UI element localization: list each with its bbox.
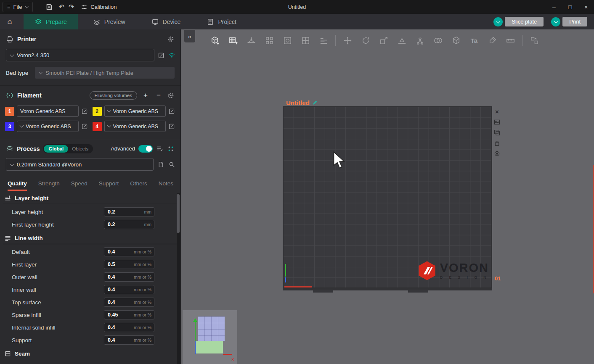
edit-printer-icon[interactable] [158,52,165,59]
scale-icon[interactable] [377,34,390,47]
edit-plate-name-icon[interactable] [312,100,318,106]
plate-name[interactable]: Untitled [286,99,318,106]
home-icon: ⌂ [8,17,12,26]
add-primitive-icon[interactable] [450,34,462,47]
lock-plate-icon[interactable] [493,139,501,147]
calibration-button[interactable]: Calibration [81,4,117,11]
plate-settings-icon[interactable] [493,129,501,137]
print-button[interactable]: Print [562,17,587,26]
cut-icon[interactable] [414,34,426,47]
edit-filament-icon[interactable] [81,123,88,130]
move-icon[interactable] [341,34,354,47]
slice-plate-button[interactable]: Slice plate [505,17,544,26]
add-object-icon[interactable] [209,34,221,47]
printer-select[interactable]: Voron2.4 350 [6,49,154,61]
outer-wall-line-width-input[interactable] [108,274,132,280]
process-preset-select[interactable]: 0.20mm Standard @Voron [6,158,154,171]
split-to-objects-icon[interactable] [281,34,294,47]
printer-settings-gear-icon[interactable] [167,35,175,43]
arrange-icon[interactable] [263,34,276,47]
assembly-view-icon[interactable] [528,34,541,47]
flushing-volumes-button[interactable]: Flushing volumes [90,91,137,100]
redo-icon[interactable]: ↷ [69,3,74,11]
param-input-box: mm or % [104,310,154,319]
tab-quality[interactable]: Quality [8,180,27,191]
maximize-button[interactable]: □ [562,0,578,14]
default-line-width-input[interactable] [108,249,132,255]
first-layer-line-width-input[interactable] [108,261,132,267]
scope-objects-button[interactable]: Objects [68,145,92,153]
paint-tool-icon[interactable] [486,34,499,47]
sparse-infill-line-width-input[interactable] [108,312,132,318]
tab-others[interactable]: Others [130,180,147,191]
split-to-parts-icon[interactable] [299,34,312,47]
tab-preview[interactable]: Preview [82,14,136,29]
filament-color-chip[interactable]: 1 [5,107,14,116]
plate-marker-icon[interactable] [493,150,501,158]
tab-device[interactable]: Device [141,14,192,29]
bed-type-select[interactable]: Smooth PEI Plate / High Temp Plate [35,67,175,79]
rotate-icon[interactable] [359,34,372,47]
chevron-down-icon [10,53,14,57]
auto-orient-icon[interactable] [245,34,257,47]
variable-layer-height-icon[interactable] [317,34,330,47]
build-plate[interactable]: VORON D E S I G N [283,106,492,288]
seam-group-header: Seam [0,346,180,359]
internal-solid-infill-line-width-input[interactable] [108,324,132,330]
slice-dropdown-button[interactable] [493,17,503,26]
first-layer-height-input[interactable] [108,222,143,227]
tab-project[interactable]: Project [196,14,247,29]
support-line-width-input[interactable] [108,337,132,343]
scope-global-button[interactable]: Global [44,145,68,153]
close-button[interactable]: × [578,0,594,14]
tab-prepare[interactable]: Prepare [24,14,78,29]
edit-filament-icon[interactable] [168,108,175,115]
save-project-icon[interactable] [44,2,55,13]
text-tool-icon[interactable]: Ta [468,34,480,47]
filament-color-chip[interactable]: 2 [93,107,102,116]
wifi-connection-icon[interactable] [168,52,175,59]
tab-notes[interactable]: Notes [159,180,173,191]
tab-support[interactable]: Support [99,180,119,191]
save-preset-icon[interactable] [157,161,164,168]
orientation-thumbnail[interactable]: x [183,310,237,364]
mesh-boolean-icon[interactable] [432,34,444,47]
print-dropdown-button[interactable] [551,17,560,26]
minimize-button[interactable]: – [546,0,562,14]
printer-section-title: Printer [17,36,36,42]
plate-name-text: Untitled [286,99,310,106]
filament-select[interactable]: Voron Generic ABS [104,106,166,117]
lay-flat-icon[interactable] [395,34,408,47]
plate-image-icon[interactable] [493,118,501,126]
search-settings-icon[interactable] [168,161,175,168]
top-surface-line-width-input[interactable] [108,299,132,305]
layer-height-input[interactable] [108,209,143,215]
undo-icon[interactable]: ↶ [59,3,64,11]
remove-filament-button[interactable]: − [154,91,163,100]
edit-preset-list-icon[interactable] [156,145,164,153]
edit-filament-icon[interactable] [168,123,175,130]
measure-tool-icon[interactable] [504,34,517,47]
viewport-3d[interactable]: « Ta [181,29,594,364]
advanced-toggle[interactable] [138,145,153,153]
add-filament-button[interactable]: + [141,91,150,100]
filament-select[interactable]: Voron Generic ABS [17,121,79,132]
filament-color-chip[interactable]: 4 [93,122,102,131]
file-menu-button[interactable]: ≡ File [3,2,33,12]
filament-color-chip[interactable]: 3 [5,122,14,131]
tab-speed[interactable]: Speed [71,180,88,191]
edit-filament-icon[interactable] [81,108,88,115]
add-plate-icon[interactable] [227,34,239,47]
collapse-sidebar-button[interactable]: « [184,30,195,42]
process-section-header: Process Global Objects Advanced [0,139,180,158]
inner-wall-line-width-input[interactable] [108,287,132,293]
filament-settings-gear-icon[interactable] [167,92,175,99]
filament-select[interactable]: Voron Generic ABS [17,106,79,117]
compare-presets-icon[interactable] [167,145,175,153]
delete-plate-icon[interactable]: × [493,108,501,116]
sidebar-scrollbar-thumb[interactable] [177,194,180,233]
filament-select[interactable]: Voron Generic ABS [104,121,166,132]
tab-strength[interactable]: Strength [38,180,60,191]
sidebar-scrollbar-track[interactable] [177,193,180,364]
home-button[interactable]: ⌂ [0,14,19,29]
